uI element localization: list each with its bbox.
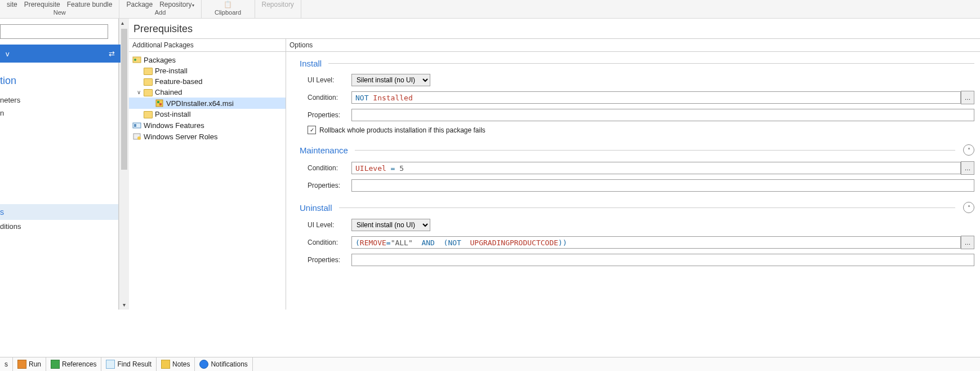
ribbon-group-label-new: New [54, 9, 66, 16]
nav-item-selected[interactable]: s [0, 204, 118, 220]
notes-icon [161, 360, 170, 369]
folder-icon [144, 68, 153, 75]
serverroles-icon [132, 132, 141, 141]
ribbon-item-repo2[interactable]: Repository [262, 1, 294, 8]
uninst-cond-browse-button[interactable]: … [961, 236, 974, 249]
packages-icon [132, 55, 141, 64]
uninst-uilevel-select[interactable]: Silent install (no UI) [351, 219, 430, 231]
ribbon-item-paste-icon: 📋 [224, 1, 232, 8]
tree-winfeatures[interactable]: Windows Features [129, 120, 286, 131]
install-cond-label: Condition: [308, 94, 351, 101]
install-rollback-label: Rollback whole products installation if … [319, 126, 485, 134]
ribbon-item-feature[interactable]: Feature bundle [67, 1, 113, 8]
ribbon-item-package[interactable]: Package [126, 1, 153, 8]
content-area: Prerequisites Additional Packages Packag… [129, 19, 980, 310]
ribbon: site Prerequisite Feature bundle New Pac… [0, 0, 980, 19]
scroll-thumb[interactable] [121, 29, 127, 170]
ribbon-group-label-repo [277, 9, 279, 16]
status-bar: s Run References Find Result Notes Notif… [0, 357, 980, 371]
scroll-down-icon[interactable]: ▾ [123, 301, 126, 310]
tree-chained[interactable]: ∨ Chained [129, 87, 286, 98]
maint-cond-browse-button[interactable]: … [961, 161, 974, 175]
nav-item-last[interactable]: ditions [0, 220, 118, 233]
svg-rect-4 [159, 103, 162, 105]
features-icon [132, 121, 141, 130]
options-header: Options [286, 39, 980, 52]
swap-icon: ⇄ [109, 50, 115, 58]
status-run-button[interactable]: Run [13, 357, 46, 371]
maint-title: Maintenance [300, 145, 348, 155]
status-references-button[interactable]: References [46, 357, 101, 371]
install-rollback-checkbox[interactable]: ✓ Rollback whole products installation i… [308, 126, 974, 134]
nav-item-2[interactable]: n [0, 107, 118, 120]
install-group: Install UI Level: Silent install (no UI) [300, 59, 974, 134]
uninstall-group: Uninstall ˄ UI Level: Silent install (no… [300, 202, 974, 266]
install-uilevel-select[interactable]: Silent install (no UI) [351, 74, 430, 86]
ribbon-group-label-add: Add [155, 9, 166, 16]
folder-icon [144, 89, 153, 96]
uninst-prop-label: Properties: [308, 256, 351, 264]
install-cond-browse-button[interactable]: … [961, 91, 974, 104]
checkbox-icon: ✓ [308, 126, 316, 134]
install-prop-input[interactable] [351, 109, 974, 121]
page-title: Prerequisites [129, 19, 980, 38]
notifications-icon [199, 360, 208, 369]
maint-prop-input[interactable] [351, 179, 974, 192]
tree-featurebased[interactable]: Feature-based [129, 76, 286, 87]
primary-action-button[interactable]: v ⇄ [0, 45, 121, 63]
maint-cond-label: Condition: [308, 164, 351, 172]
folder-icon [144, 78, 153, 86]
install-cond-input[interactable]: NOT Installed [351, 91, 961, 104]
svg-rect-3 [157, 101, 159, 103]
maintenance-group: Maintenance ˄ Condition: UILevel = 5 … [300, 144, 974, 192]
nav-item-1[interactable]: neters [0, 94, 118, 107]
status-findresult-button[interactable]: Find Result [101, 357, 157, 371]
uninst-prop-input[interactable] [351, 254, 974, 266]
ribbon-group-repo: Repository [255, 0, 301, 18]
uninst-uilevel-label: UI Level: [308, 221, 351, 229]
svg-point-8 [137, 136, 141, 140]
panels: Additional Packages Packages Pre-install [129, 38, 980, 310]
ribbon-item-repository[interactable]: Repository▾ [159, 1, 194, 8]
packages-tree: Additional Packages Packages Pre-install [129, 39, 286, 310]
uninst-cond-label: Condition: [308, 238, 351, 246]
options-panel: Options Install UI Level: Silent ins [286, 39, 980, 310]
ribbon-group-clipboard: 📋 Clipboard [202, 0, 255, 18]
search-input[interactable] [0, 24, 108, 39]
install-uilevel-label: UI Level: [308, 76, 351, 84]
uninst-collapse-button[interactable]: ˄ [963, 202, 974, 213]
maint-collapse-button[interactable]: ˄ [963, 144, 974, 156]
run-icon [17, 360, 26, 369]
references-icon [51, 360, 60, 369]
install-prop-label: Properties: [308, 111, 351, 119]
status-notes-button[interactable]: Notes [157, 357, 195, 371]
left-nav: v ⇄ tion neters n s ditions [0, 19, 119, 310]
tree-msi-file[interactable]: VPDInstaller.x64.msi [129, 98, 286, 109]
ribbon-group-label-clip: Clipboard [215, 9, 241, 16]
ribbon-group-new: site Prerequisite Feature bundle New [0, 0, 119, 18]
tree-preinstall[interactable]: Pre-install [129, 65, 286, 76]
tree-winserverroles[interactable]: Windows Server Roles [129, 131, 286, 142]
status-item-s[interactable]: s [0, 357, 13, 371]
uninst-cond-input[interactable]: (REMOVE="ALL" AND (NOT UPGRADINGPRODUCTC… [351, 236, 961, 249]
ribbon-group-add: Package Repository▾ Add [119, 0, 201, 18]
nav-heading: tion [0, 70, 118, 94]
maint-cond-input[interactable]: UILevel = 5 [351, 162, 961, 174]
uninst-title: Uninstall [300, 203, 332, 213]
expand-caret-icon[interactable]: ∨ [136, 89, 141, 95]
svg-point-1 [134, 59, 136, 61]
tree-postinstall[interactable]: Post-install [129, 109, 286, 120]
msi-icon [155, 99, 164, 108]
ribbon-item-site[interactable]: site [7, 1, 17, 8]
ribbon-item-prereq[interactable]: Prerequisite [24, 1, 60, 8]
install-title: Install [300, 59, 322, 68]
tree-root[interactable]: Packages [129, 54, 286, 65]
status-notifications-button[interactable]: Notifications [195, 357, 252, 371]
main-body: v ⇄ tion neters n s ditions ▴ ▾ Prerequi… [0, 19, 980, 310]
find-icon [106, 360, 115, 369]
svg-rect-6 [134, 124, 136, 127]
folder-icon [144, 111, 153, 118]
scroll-up-icon[interactable]: ▴ [121, 19, 127, 28]
maint-prop-label: Properties: [308, 182, 351, 189]
primary-action-label: v [6, 50, 10, 58]
